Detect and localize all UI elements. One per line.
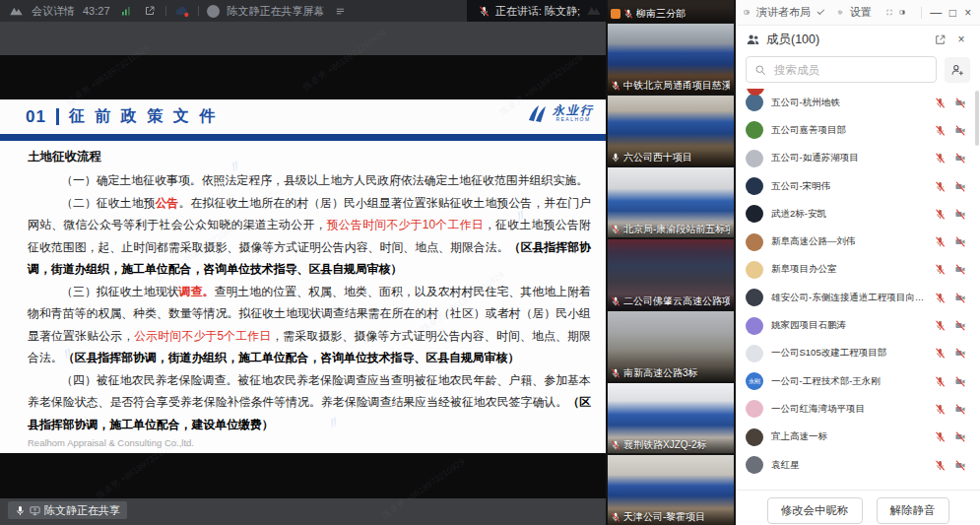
- member-row[interactable]: 雄安公司-东侧连接通道工程项目向志良: [736, 284, 980, 311]
- close-panel-icon[interactable]: ×: [952, 33, 970, 46]
- search-input[interactable]: [772, 63, 928, 77]
- video-tile[interactable]: 北京局-康渝段站前五标项目: [608, 167, 734, 237]
- settings-button[interactable]: 设置: [850, 5, 872, 20]
- company-logo: 永业行 REALHOM: [523, 103, 594, 123]
- mic-muted-icon: [611, 296, 621, 306]
- rename-button[interactable]: 修改会中昵称: [767, 497, 863, 524]
- camera-muted-icon[interactable]: [954, 404, 966, 415]
- video-tile[interactable]: 中铁北京局通甬项目慈溪…: [608, 24, 734, 94]
- slide-bottom-band: [0, 453, 606, 498]
- participant-name: 中铁北京局通甬项目慈溪…: [623, 79, 730, 93]
- close-button[interactable]: ×: [964, 6, 972, 20]
- mic-muted-icon[interactable]: [935, 236, 946, 247]
- camera-muted-icon[interactable]: [954, 181, 966, 192]
- mic-muted-icon[interactable]: [935, 404, 946, 415]
- network-signal-icon: [118, 3, 134, 19]
- video-tile[interactable]: 柳南三分部: [608, 0, 734, 22]
- member-name: 一公司红海湾场平项目: [771, 403, 927, 416]
- add-member-button[interactable]: [945, 57, 970, 83]
- layout-selector[interactable]: 演讲者布局: [756, 5, 811, 20]
- camera-muted-icon[interactable]: [954, 431, 966, 442]
- mic-muted-icon[interactable]: [935, 125, 946, 136]
- participant-name: 二公司佛肇云高速公路项…: [623, 295, 730, 308]
- meeting-window: 会议详情 43:27 陈文静正在共享屏幕 正在讲话: 陈文静; 01 征 前 政…: [0, 0, 980, 525]
- member-row[interactable]: 五公司-杭州地铁: [736, 89, 980, 116]
- scrollbar[interactable]: [975, 91, 979, 146]
- company-logo-en: REALHOM: [555, 117, 590, 122]
- speaking-indicator-badge: 正在讲话: 陈文静;: [467, 0, 606, 22]
- member-name: 姚家园项目石鹏涛: [771, 319, 927, 332]
- share-detail-lines-icon[interactable]: [333, 3, 349, 19]
- popout-window-icon[interactable]: [142, 3, 158, 19]
- popout-panel-icon[interactable]: [934, 33, 947, 46]
- member-name: 袁红星: [771, 459, 927, 472]
- video-tile[interactable]: 二公司佛肇云高速公路项…: [608, 239, 734, 309]
- member-panel: 演讲者布局 设置 — □ × 成员(100) ×: [736, 0, 980, 525]
- member-row[interactable]: 新阜高速公路—刘伟: [736, 228, 980, 255]
- cloud-recording-icon[interactable]: [174, 3, 190, 19]
- slide-paragraph-4: （四）被征地农民养老保险调查。被征地农民养老保险调查应当查明被征地农民年龄、户籍…: [28, 369, 591, 436]
- mic-muted-icon[interactable]: [935, 153, 946, 164]
- mic-muted-icon[interactable]: [935, 98, 946, 108]
- meeting-detail-button[interactable]: 会议详情: [32, 4, 75, 19]
- camera-muted-icon[interactable]: [954, 209, 966, 220]
- mic-muted-icon[interactable]: [935, 376, 946, 387]
- camera-muted-icon[interactable]: [954, 376, 966, 387]
- screen-share-icon: [30, 505, 40, 516]
- member-search-row: [736, 53, 980, 89]
- member-panel-title: 成员(100): [766, 32, 819, 48]
- mic-muted-icon[interactable]: [935, 348, 946, 359]
- member-list: 五公司-杭州地铁 五公司嘉善项目部 五公司-如通苏湖项目: [736, 89, 980, 490]
- participant-name: 南新高速公路3标: [623, 366, 698, 380]
- slide-footer-text: Realhom Appraisal & Consulting Co.,ltd.: [28, 437, 194, 448]
- member-row[interactable]: 姚家园项目石鹏涛: [736, 311, 980, 339]
- people-icon: [746, 33, 760, 47]
- topbar-divider: [165, 6, 166, 16]
- mic-muted-icon[interactable]: [935, 460, 946, 471]
- search-box[interactable]: [746, 56, 937, 83]
- camera-muted-icon[interactable]: [954, 293, 966, 303]
- mic-muted-icon[interactable]: [935, 431, 946, 442]
- video-tile[interactable]: 襄荆铁路XJZQ-2标: [608, 383, 734, 453]
- fullscreen-icon[interactable]: [886, 6, 892, 19]
- mic-muted-icon[interactable]: [935, 264, 946, 275]
- member-row[interactable]: 一公司S105改建工程项目部: [736, 340, 980, 367]
- video-tile[interactable]: 六公司西十项目: [608, 96, 734, 165]
- member-name: 一公司-工程技术部-王永刚: [771, 375, 927, 388]
- title-divider: [56, 108, 59, 125]
- meeting-logo-icon: [8, 3, 24, 19]
- participant-name: 六公司西十项目: [623, 151, 692, 164]
- camera-muted-icon[interactable]: [954, 153, 966, 164]
- mic-muted-icon[interactable]: [935, 209, 946, 220]
- camera-muted-icon[interactable]: [954, 460, 966, 471]
- member-row[interactable]: 五公司-宋明伟: [736, 172, 980, 200]
- camera-muted-icon[interactable]: [954, 320, 966, 331]
- camera-muted-icon[interactable]: [954, 264, 966, 275]
- camera-muted-icon[interactable]: [954, 236, 966, 247]
- maximize-button[interactable]: □: [948, 6, 956, 20]
- camera-muted-icon[interactable]: [954, 125, 966, 136]
- member-row[interactable]: 一公司红海湾场平项目: [736, 395, 980, 423]
- camera-muted-icon[interactable]: [954, 98, 966, 108]
- member-row[interactable]: 五公司嘉善项目部: [736, 116, 980, 144]
- member-row[interactable]: 永刚 一公司-工程技术部-王永刚: [736, 367, 980, 395]
- member-row[interactable]: 武道2标-安凯: [736, 200, 980, 228]
- chevron-down-icon: [817, 7, 825, 15]
- mic-muted-icon[interactable]: [935, 320, 946, 331]
- unmute-button[interactable]: 解除静音: [877, 497, 949, 524]
- side-panel-toggle-icon[interactable]: [899, 6, 905, 19]
- video-tile[interactable]: 南新高速公路3标: [608, 311, 734, 381]
- member-row[interactable]: 袁红星: [736, 451, 980, 479]
- video-tile[interactable]: 天津公司-黎霍项目: [608, 455, 734, 525]
- camera-muted-icon[interactable]: [954, 348, 966, 359]
- minimize-button[interactable]: —: [930, 6, 942, 20]
- member-name: 一公司S105改建工程项目部: [771, 347, 927, 360]
- mic-muted-icon[interactable]: [935, 293, 946, 303]
- member-row[interactable]: 宜上高速一标: [736, 424, 980, 451]
- participant-name: 北京局-康渝段站前五标项目: [623, 223, 730, 236]
- member-row[interactable]: 新阜项目办公室: [736, 256, 980, 284]
- mic-muted-icon[interactable]: [935, 181, 946, 192]
- mic-muted-icon: [611, 368, 621, 378]
- member-row[interactable]: 五公司-如通苏湖项目: [736, 145, 980, 172]
- member-name: 新阜项目办公室: [771, 263, 927, 276]
